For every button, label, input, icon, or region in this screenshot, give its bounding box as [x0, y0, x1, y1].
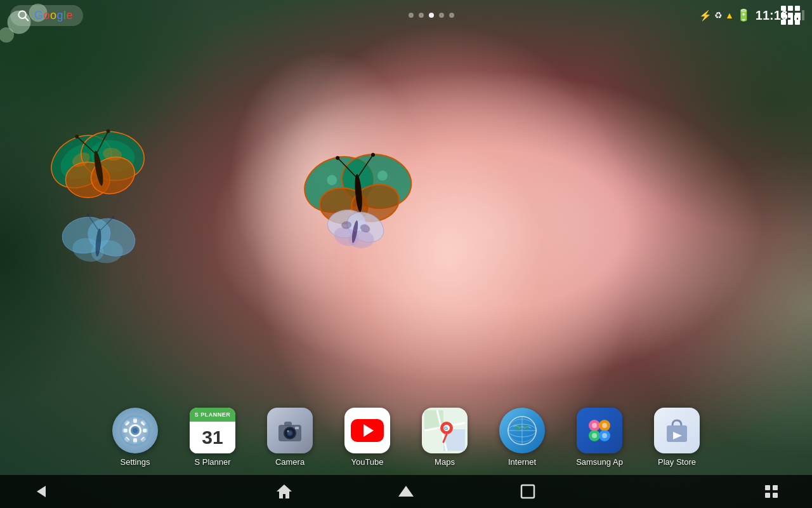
maps-icon-img: G [422, 408, 468, 453]
svg-rect-65 [295, 427, 299, 429]
svg-point-47 [133, 428, 138, 433]
svg-marker-90 [37, 486, 46, 497]
status-bar: ⚡ ♻ ▲ 🔋 11:16 [699, 0, 812, 30]
sync-icon: ♻ [714, 10, 723, 20]
svg-point-85 [602, 423, 607, 428]
svg-rect-92 [521, 485, 534, 498]
svg-rect-93 [765, 485, 770, 490]
svg-marker-97 [398, 486, 414, 497]
signal-bars [790, 10, 804, 20]
svg-rect-96 [773, 493, 778, 498]
recent-apps-button[interactable] [513, 476, 543, 507]
playstore-label: Play Store [658, 457, 696, 467]
app-playstore[interactable]: Play Store [648, 408, 705, 467]
google-logo-text: Google [34, 9, 73, 22]
svg-point-86 [592, 433, 597, 438]
app-youtube[interactable]: YouTube [339, 408, 396, 467]
svg-rect-94 [773, 485, 778, 490]
page-dot-3[interactable] [429, 13, 434, 18]
settings-icon-img [112, 408, 158, 453]
camera-icon-img [267, 408, 313, 453]
menu-button[interactable] [756, 476, 787, 507]
usb-icon: ⚡ [699, 10, 712, 22]
alert-icon: ▲ [725, 10, 734, 20]
home-button[interactable] [269, 476, 299, 507]
internet-label: Internet [508, 457, 536, 467]
internet-icon-img [499, 408, 545, 453]
app-maps[interactable]: G Maps [416, 408, 473, 467]
youtube-label: YouTube [351, 457, 383, 467]
status-time: 11:16 [756, 8, 788, 23]
playstore-icon-img [654, 408, 700, 453]
maps-label: Maps [435, 457, 455, 467]
samsung-label: Samsung Ap [576, 457, 623, 467]
app-internet[interactable]: Internet [494, 408, 551, 467]
svg-marker-91 [277, 485, 292, 498]
battery-icon: 🔋 [737, 8, 750, 22]
youtube-icon-img [344, 408, 390, 453]
splanner-icon-img: S PLANNER 31 [190, 408, 235, 453]
page-dot-5[interactable] [449, 13, 454, 18]
app-splanner[interactable]: S PLANNER 31 S Planner [184, 408, 241, 467]
page-dot-1[interactable] [409, 13, 414, 18]
page-indicator [409, 13, 454, 18]
svg-line-44 [25, 18, 29, 21]
search-icon [16, 9, 29, 22]
camera-label: Camera [275, 457, 304, 467]
svg-text:G: G [444, 425, 448, 431]
splanner-label: S Planner [194, 457, 230, 467]
page-dot-4[interactable] [439, 13, 444, 18]
app-camera[interactable]: Camera [261, 408, 318, 467]
top-bar: Google [0, 0, 812, 30]
svg-point-87 [602, 433, 607, 438]
svg-rect-95 [765, 493, 770, 498]
svg-point-84 [592, 423, 597, 428]
app-samsung[interactable]: Samsung Ap [571, 408, 628, 467]
svg-rect-64 [284, 422, 292, 426]
page-dot-2[interactable] [419, 13, 424, 18]
settings-label: Settings [121, 457, 150, 467]
navigation-bar [0, 475, 812, 508]
svg-point-63 [287, 430, 289, 432]
svg-point-77 [508, 417, 536, 444]
splanner-day: 31 [202, 427, 223, 448]
google-search-widget[interactable]: Google [10, 5, 83, 26]
app-dock: Settings S PLANNER 31 S Planner [0, 399, 812, 475]
app-settings[interactable]: Settings [107, 408, 164, 467]
back-button[interactable] [25, 476, 56, 507]
samsung-icon-img [577, 408, 622, 453]
up-arrow-button[interactable] [391, 476, 421, 507]
